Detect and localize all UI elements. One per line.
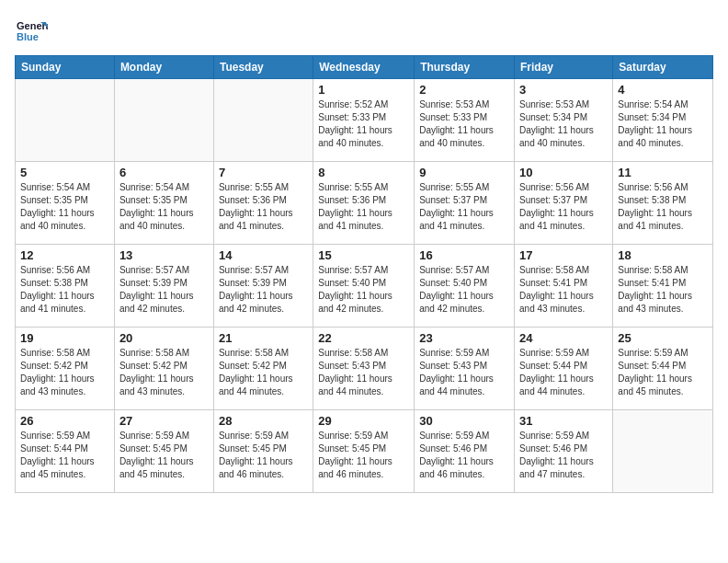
calendar-cell: 22Sunrise: 5:58 AM Sunset: 5:43 PM Dayli…: [313, 327, 415, 410]
day-detail: Sunrise: 5:57 AM Sunset: 5:40 PM Dayligh…: [318, 264, 409, 316]
svg-text:Blue: Blue: [17, 31, 39, 42]
day-detail: Sunrise: 5:55 AM Sunset: 5:36 PM Dayligh…: [219, 181, 308, 233]
calendar-cell: 28Sunrise: 5:59 AM Sunset: 5:45 PM Dayli…: [213, 410, 313, 493]
calendar-cell: 16Sunrise: 5:57 AM Sunset: 5:40 PM Dayli…: [415, 245, 515, 327]
calendar-cell: 19Sunrise: 5:58 AM Sunset: 5:42 PM Dayli…: [16, 327, 115, 410]
day-detail: Sunrise: 5:57 AM Sunset: 5:39 PM Dayligh…: [119, 264, 209, 316]
calendar-cell: 17Sunrise: 5:58 AM Sunset: 5:41 PM Dayli…: [515, 245, 613, 327]
calendar-cell: 10Sunrise: 5:56 AM Sunset: 5:37 PM Dayli…: [515, 162, 613, 245]
day-detail: Sunrise: 5:56 AM Sunset: 5:38 PM Dayligh…: [20, 264, 109, 316]
calendar-cell: 29Sunrise: 5:59 AM Sunset: 5:45 PM Dayli…: [313, 410, 415, 493]
day-number: 1: [318, 83, 409, 97]
day-detail: Sunrise: 5:57 AM Sunset: 5:40 PM Dayligh…: [419, 264, 509, 316]
day-number: 19: [20, 331, 109, 345]
day-detail: Sunrise: 5:55 AM Sunset: 5:36 PM Dayligh…: [318, 181, 409, 233]
day-detail: Sunrise: 5:58 AM Sunset: 5:41 PM Dayligh…: [519, 264, 608, 316]
logo: General Blue: [15, 15, 48, 48]
day-detail: Sunrise: 5:58 AM Sunset: 5:41 PM Dayligh…: [618, 264, 708, 316]
calendar-week-row: 1Sunrise: 5:52 AM Sunset: 5:33 PM Daylig…: [16, 79, 713, 162]
day-detail: Sunrise: 5:54 AM Sunset: 5:34 PM Dayligh…: [618, 98, 708, 150]
day-number: 14: [219, 248, 308, 262]
calendar-cell: 6Sunrise: 5:54 AM Sunset: 5:35 PM Daylig…: [114, 162, 213, 245]
logo-icon: General Blue: [15, 15, 48, 48]
weekday-header: Thursday: [415, 56, 515, 79]
calendar-cell: [16, 79, 115, 162]
day-detail: Sunrise: 5:55 AM Sunset: 5:37 PM Dayligh…: [419, 181, 509, 233]
day-detail: Sunrise: 5:59 AM Sunset: 5:46 PM Dayligh…: [419, 430, 509, 481]
day-detail: Sunrise: 5:59 AM Sunset: 5:44 PM Dayligh…: [20, 430, 109, 481]
day-number: 21: [219, 331, 308, 345]
svg-text:General: General: [17, 20, 48, 31]
calendar-cell: [114, 79, 213, 162]
calendar-cell: 11Sunrise: 5:56 AM Sunset: 5:38 PM Dayli…: [613, 162, 713, 245]
day-number: 16: [419, 248, 509, 262]
calendar-cell: 27Sunrise: 5:59 AM Sunset: 5:45 PM Dayli…: [114, 410, 213, 493]
day-number: 6: [119, 166, 209, 179]
calendar-cell: 1Sunrise: 5:52 AM Sunset: 5:33 PM Daylig…: [313, 79, 415, 162]
calendar-cell: [213, 79, 313, 162]
day-number: 24: [519, 331, 608, 345]
day-number: 17: [519, 248, 608, 262]
calendar-cell: 18Sunrise: 5:58 AM Sunset: 5:41 PM Dayli…: [613, 245, 713, 327]
day-number: 29: [318, 414, 409, 428]
day-detail: Sunrise: 5:54 AM Sunset: 5:35 PM Dayligh…: [20, 181, 109, 233]
day-number: 11: [618, 166, 708, 179]
day-number: 23: [419, 331, 509, 345]
calendar-cell: 3Sunrise: 5:53 AM Sunset: 5:34 PM Daylig…: [515, 79, 613, 162]
calendar-cell: 15Sunrise: 5:57 AM Sunset: 5:40 PM Dayli…: [313, 245, 415, 327]
day-number: 20: [119, 331, 209, 345]
day-number: 3: [519, 83, 608, 97]
calendar-week-row: 26Sunrise: 5:59 AM Sunset: 5:44 PM Dayli…: [16, 410, 713, 493]
day-number: 5: [20, 166, 109, 179]
day-detail: Sunrise: 5:58 AM Sunset: 5:42 PM Dayligh…: [119, 347, 209, 398]
calendar-cell: 23Sunrise: 5:59 AM Sunset: 5:43 PM Dayli…: [415, 327, 515, 410]
day-number: 26: [20, 414, 109, 428]
day-number: 10: [519, 166, 608, 179]
weekday-header-row: SundayMondayTuesdayWednesdayThursdayFrid…: [16, 56, 713, 79]
calendar-cell: [613, 410, 713, 493]
calendar-cell: 30Sunrise: 5:59 AM Sunset: 5:46 PM Dayli…: [415, 410, 515, 493]
calendar-cell: 21Sunrise: 5:58 AM Sunset: 5:42 PM Dayli…: [213, 327, 313, 410]
day-number: 2: [419, 83, 509, 97]
day-detail: Sunrise: 5:59 AM Sunset: 5:45 PM Dayligh…: [219, 430, 308, 481]
day-number: 13: [119, 248, 209, 262]
calendar-cell: 26Sunrise: 5:59 AM Sunset: 5:44 PM Dayli…: [16, 410, 115, 493]
day-detail: Sunrise: 5:58 AM Sunset: 5:42 PM Dayligh…: [219, 347, 308, 398]
day-detail: Sunrise: 5:54 AM Sunset: 5:35 PM Dayligh…: [119, 181, 209, 233]
weekday-header: Tuesday: [213, 56, 313, 79]
calendar-week-row: 19Sunrise: 5:58 AM Sunset: 5:42 PM Dayli…: [16, 327, 713, 410]
day-number: 12: [20, 248, 109, 262]
calendar-cell: 7Sunrise: 5:55 AM Sunset: 5:36 PM Daylig…: [213, 162, 313, 245]
calendar-cell: 14Sunrise: 5:57 AM Sunset: 5:39 PM Dayli…: [213, 245, 313, 327]
calendar-table: SundayMondayTuesdayWednesdayThursdayFrid…: [15, 55, 713, 493]
calendar-cell: 4Sunrise: 5:54 AM Sunset: 5:34 PM Daylig…: [613, 79, 713, 162]
day-detail: Sunrise: 5:52 AM Sunset: 5:33 PM Dayligh…: [318, 98, 409, 150]
day-number: 15: [318, 248, 409, 262]
day-detail: Sunrise: 5:59 AM Sunset: 5:46 PM Dayligh…: [519, 430, 608, 481]
weekday-header: Monday: [114, 56, 213, 79]
calendar-cell: 2Sunrise: 5:53 AM Sunset: 5:33 PM Daylig…: [415, 79, 515, 162]
calendar-cell: 20Sunrise: 5:58 AM Sunset: 5:42 PM Dayli…: [114, 327, 213, 410]
calendar-cell: 12Sunrise: 5:56 AM Sunset: 5:38 PM Dayli…: [16, 245, 115, 327]
day-number: 30: [419, 414, 509, 428]
weekday-header: Sunday: [16, 56, 115, 79]
day-detail: Sunrise: 5:57 AM Sunset: 5:39 PM Dayligh…: [219, 264, 308, 316]
day-detail: Sunrise: 5:58 AM Sunset: 5:43 PM Dayligh…: [318, 347, 409, 398]
calendar-cell: 31Sunrise: 5:59 AM Sunset: 5:46 PM Dayli…: [515, 410, 613, 493]
page-header: General Blue: [15, 15, 713, 48]
weekday-header: Wednesday: [313, 56, 415, 79]
day-detail: Sunrise: 5:53 AM Sunset: 5:34 PM Dayligh…: [519, 98, 608, 150]
weekday-header: Saturday: [613, 56, 713, 79]
day-number: 8: [318, 166, 409, 179]
calendar-cell: 24Sunrise: 5:59 AM Sunset: 5:44 PM Dayli…: [515, 327, 613, 410]
day-detail: Sunrise: 5:59 AM Sunset: 5:44 PM Dayligh…: [618, 347, 708, 398]
day-number: 25: [618, 331, 708, 345]
day-number: 4: [618, 83, 708, 97]
calendar-cell: 13Sunrise: 5:57 AM Sunset: 5:39 PM Dayli…: [114, 245, 213, 327]
day-number: 7: [219, 166, 308, 179]
calendar-cell: 25Sunrise: 5:59 AM Sunset: 5:44 PM Dayli…: [613, 327, 713, 410]
day-detail: Sunrise: 5:58 AM Sunset: 5:42 PM Dayligh…: [20, 347, 109, 398]
day-detail: Sunrise: 5:53 AM Sunset: 5:33 PM Dayligh…: [419, 98, 509, 150]
day-number: 22: [318, 331, 409, 345]
calendar-cell: 5Sunrise: 5:54 AM Sunset: 5:35 PM Daylig…: [16, 162, 115, 245]
